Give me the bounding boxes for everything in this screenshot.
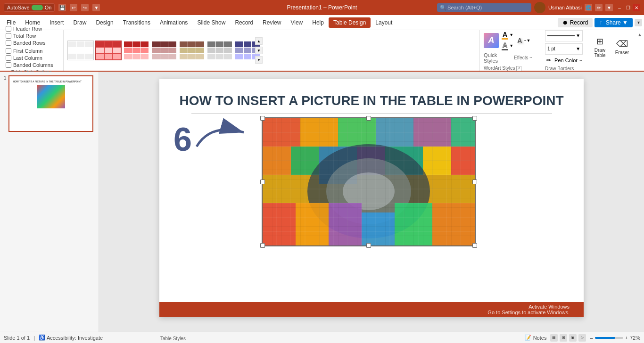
save-icon[interactable]: 💾 bbox=[58, 4, 66, 11]
wordart-expand-button[interactable]: ↗ bbox=[516, 66, 521, 71]
handle-top-left[interactable] bbox=[260, 116, 265, 121]
menu-review[interactable]: Review bbox=[258, 17, 286, 28]
table-style-5[interactable] bbox=[206, 41, 233, 60]
autosave-on-label: On bbox=[45, 5, 52, 10]
handle-bottom-middle[interactable] bbox=[366, 243, 371, 248]
line-width-dropdown[interactable]: 1 pt ▼ bbox=[545, 43, 583, 55]
slide-sorter-button[interactable]: ⊞ bbox=[560, 334, 567, 342]
menu-help[interactable]: Help bbox=[307, 17, 329, 28]
notes-button[interactable]: 📝 Notes bbox=[525, 335, 547, 341]
draw-table-button[interactable]: ⊞ DrawTable bbox=[591, 34, 610, 60]
handle-bottom-right[interactable] bbox=[472, 243, 477, 248]
menu-record[interactable]: Record bbox=[230, 17, 258, 28]
status-separator: | bbox=[33, 335, 35, 341]
menu-draw[interactable]: Draw bbox=[68, 17, 91, 28]
undo-icon[interactable]: ↩ bbox=[70, 4, 77, 11]
reading-view-button[interactable]: ▣ bbox=[569, 334, 577, 342]
slide-thumbnail[interactable]: HOW TO INSERT A PICTURE IN THE TABLE IN … bbox=[8, 75, 93, 132]
table-style-3[interactable] bbox=[151, 41, 177, 60]
menu-animations[interactable]: Animations bbox=[155, 17, 192, 28]
global-icon[interactable]: 🌐 bbox=[585, 4, 592, 11]
handle-middle-right[interactable] bbox=[472, 180, 477, 184]
activate-windows-notice: Activate Windows Go to Settings to activ… bbox=[487, 304, 570, 315]
menu-bar: File Home Insert Draw Design Transitions… bbox=[0, 15, 644, 30]
ribbon-display-icon[interactable]: ▼ bbox=[605, 4, 613, 11]
text-outline-button[interactable]: A ▼ bbox=[502, 41, 513, 50]
header-row-label: Header Row bbox=[13, 26, 42, 32]
zoom-slider[interactable] bbox=[595, 337, 623, 339]
minimize-button[interactable]: – bbox=[616, 4, 623, 11]
effects-dropdown-arrow[interactable]: ~▼ bbox=[524, 38, 530, 43]
wordart-styles-title: WordArt Styles ↗ bbox=[484, 65, 537, 71]
line-style-dropdown[interactable]: ▼ bbox=[545, 30, 583, 41]
header-row-check[interactable]: Header Row bbox=[6, 26, 58, 32]
menu-design[interactable]: Design bbox=[91, 17, 118, 28]
feedback-icon[interactable]: ✏ bbox=[595, 4, 603, 11]
minimize-ribbon-icon[interactable]: ▾ bbox=[635, 19, 642, 26]
accessibility-button[interactable]: ♿ Accessibility: Investigate bbox=[39, 335, 103, 341]
slide-title: HOW TO INSERT A PICTURE IN THE TABLE IN … bbox=[159, 79, 584, 113]
autosave-button[interactable]: AutoSave On bbox=[4, 3, 55, 12]
table-style-2[interactable] bbox=[123, 41, 149, 60]
zoom-in-icon[interactable]: + bbox=[625, 335, 628, 341]
mosaic-overlay bbox=[263, 118, 475, 245]
window-title: Presentation1 – PowerPoint bbox=[287, 4, 357, 11]
handle-top-middle[interactable] bbox=[366, 116, 371, 121]
gallery-down-arrow[interactable]: ▼ bbox=[255, 47, 263, 54]
notes-icon: 📝 bbox=[525, 335, 531, 341]
redo-icon[interactable]: ↪ bbox=[81, 4, 89, 11]
banded-rows-checkbox[interactable] bbox=[6, 40, 11, 46]
handle-middle-left[interactable] bbox=[260, 180, 265, 184]
handle-bottom-left[interactable] bbox=[260, 243, 265, 248]
menu-slideshow[interactable]: Slide Show bbox=[192, 17, 230, 28]
last-col-checkbox[interactable] bbox=[6, 55, 11, 61]
banded-rows-check[interactable]: Banded Rows bbox=[6, 40, 58, 46]
search-input[interactable] bbox=[437, 3, 531, 12]
banded-cols-check[interactable]: Banded Columns bbox=[6, 62, 58, 68]
menu-view[interactable]: View bbox=[286, 17, 307, 28]
normal-view-button[interactable]: ▦ bbox=[550, 334, 558, 342]
close-button[interactable]: ✕ bbox=[633, 4, 640, 11]
window-controls: – ❐ ✕ bbox=[616, 4, 640, 11]
customize-icon[interactable]: ▼ bbox=[92, 4, 100, 11]
slideshow-view-button[interactable]: ▷ bbox=[578, 334, 586, 342]
header-row-checkbox[interactable] bbox=[6, 26, 11, 32]
quick-styles-button[interactable]: A bbox=[484, 33, 499, 48]
banded-cols-checkbox[interactable] bbox=[6, 62, 11, 68]
gallery-up-arrow[interactable]: ▲ bbox=[255, 37, 263, 45]
text-fill-button[interactable]: A ▼ bbox=[502, 31, 513, 40]
table-style-4[interactable] bbox=[179, 41, 205, 60]
first-col-checkbox[interactable] bbox=[6, 48, 11, 54]
style-items bbox=[67, 41, 252, 60]
gallery-more-arrow[interactable]: ▾ bbox=[255, 56, 263, 64]
line-style-arrow[interactable]: ▼ bbox=[576, 33, 580, 38]
menu-tabledesign[interactable]: Table Design bbox=[329, 17, 371, 28]
first-col-check[interactable]: First Column bbox=[6, 48, 58, 54]
total-row-check[interactable]: Total Row bbox=[6, 33, 58, 39]
collapse-ribbon-button[interactable]: ▲ bbox=[636, 30, 644, 39]
handle-top-right[interactable] bbox=[472, 116, 477, 121]
image-container[interactable] bbox=[263, 118, 475, 245]
record-button[interactable]: ⏺ Record bbox=[558, 18, 593, 27]
share-button[interactable]: ↑ Share ▼ bbox=[594, 18, 633, 27]
outline-dropdown-arrow[interactable]: ▼ bbox=[509, 43, 513, 48]
text-effects-button[interactable]: A ~▼ bbox=[516, 37, 530, 44]
total-row-checkbox[interactable] bbox=[6, 33, 11, 39]
slide-canvas[interactable]: HOW TO INSERT A PICTURE IN THE TABLE IN … bbox=[159, 79, 584, 317]
eraser-icon: ⌫ bbox=[616, 39, 628, 49]
table-style-plain[interactable] bbox=[67, 41, 94, 60]
table-style-1[interactable] bbox=[95, 41, 122, 60]
wordart-row: A A ▼ A ▼ A ~▼ bbox=[484, 31, 537, 50]
workspace: 1 HOW TO INSERT A PICTURE IN THE TABLE I… bbox=[0, 72, 644, 332]
pen-color-row[interactable]: ✏ Pen Color ~ bbox=[545, 57, 588, 64]
menu-layout[interactable]: Layout bbox=[371, 17, 397, 28]
line-width-arrow[interactable]: ▼ bbox=[576, 46, 580, 51]
zoom-out-icon[interactable]: – bbox=[590, 335, 593, 341]
restore-button[interactable]: ❐ bbox=[624, 4, 632, 11]
menu-transitions[interactable]: Transitions bbox=[118, 17, 155, 28]
fill-dropdown-arrow[interactable]: ▼ bbox=[509, 33, 513, 37]
last-col-check[interactable]: Last Column bbox=[6, 55, 58, 61]
notes-label: Notes bbox=[533, 335, 547, 341]
autosave-toggle[interactable] bbox=[32, 5, 43, 10]
eraser-button[interactable]: ⌫ Eraser bbox=[612, 34, 632, 60]
